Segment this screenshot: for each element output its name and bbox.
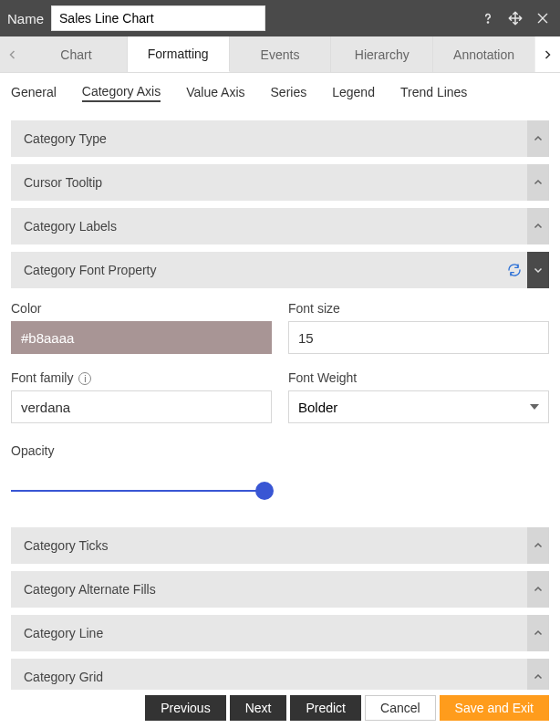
help-icon[interactable]	[478, 8, 498, 28]
font-weight-label: Font Weight	[288, 370, 549, 385]
accordion-category-alternate-fills: Category Alternate Fills	[11, 571, 549, 608]
accordion-label: Category Grid	[24, 670, 103, 684]
tab-hierarchy[interactable]: Hierarchy	[331, 36, 433, 72]
secondary-tabs: General Category Axis Value Axis Series …	[0, 73, 560, 113]
slider-thumb[interactable]	[255, 482, 274, 500]
primary-tabs: Chart Formatting Events Hierarchy Annota…	[0, 36, 560, 73]
panel-area: Category Type Cursor Tooltip Category La…	[0, 120, 560, 728]
subtab-trend-lines[interactable]: Trend Lines	[400, 85, 467, 101]
subtab-general[interactable]: General	[11, 85, 57, 101]
accordion-label: Category Labels	[24, 219, 117, 234]
chevron-up-icon[interactable]	[527, 615, 549, 651]
tab-formatting[interactable]: Formatting	[128, 36, 230, 72]
name-input[interactable]	[51, 5, 265, 31]
accordion-category-line: Category Line	[11, 615, 549, 651]
move-icon[interactable]	[505, 8, 525, 28]
font-size-label: Font size	[288, 301, 549, 316]
chevron-up-icon[interactable]	[527, 208, 549, 244]
accordion-category-font-property: Category Font Property Color #b8aaaa Fon…	[11, 252, 549, 520]
accordion-category-type: Category Type	[11, 120, 549, 157]
svg-point-0	[487, 22, 488, 23]
font-weight-value: Bolder	[298, 400, 337, 415]
tab-annotation[interactable]: Annotation	[433, 36, 534, 72]
footer: Previous Next Predict Cancel Save and Ex…	[0, 690, 560, 728]
font-weight-select[interactable]: Bolder	[288, 390, 549, 423]
subtab-series[interactable]: Series	[271, 85, 307, 101]
subtab-category-axis[interactable]: Category Axis	[82, 84, 161, 102]
accordion-label: Category Type	[24, 131, 107, 146]
accordion-label: Category Alternate Fills	[24, 582, 156, 597]
chevron-up-icon[interactable]	[527, 527, 549, 564]
chevron-up-icon[interactable]	[527, 164, 549, 201]
refresh-icon[interactable]	[507, 252, 522, 288]
accordion-body: Color #b8aaaa Font size Font family i	[11, 288, 549, 520]
next-button[interactable]: Next	[230, 695, 287, 721]
accordion-label: Category Line	[24, 626, 103, 640]
info-icon[interactable]: i	[78, 372, 91, 385]
tab-chart[interactable]: Chart	[26, 36, 128, 72]
cancel-button[interactable]: Cancel	[365, 695, 436, 721]
tab-events[interactable]: Events	[230, 36, 332, 72]
chevron-up-icon[interactable]	[527, 120, 549, 157]
previous-button[interactable]: Previous	[145, 695, 225, 721]
opacity-slider[interactable]	[11, 482, 266, 500]
tabs-scroll-left[interactable]	[0, 36, 26, 72]
accordion-cursor-tooltip: Cursor Tooltip	[11, 164, 549, 201]
tabs-scroll-right[interactable]	[534, 36, 560, 72]
chevron-down-icon	[530, 404, 539, 410]
chevron-up-icon[interactable]	[527, 571, 549, 608]
subtab-legend[interactable]: Legend	[332, 85, 375, 101]
title-bar: Name	[0, 0, 560, 36]
save-and-exit-button[interactable]: Save and Exit	[440, 695, 549, 721]
close-icon[interactable]	[533, 8, 553, 28]
font-size-input[interactable]	[288, 321, 549, 354]
subtab-value-axis[interactable]: Value Axis	[186, 85, 244, 101]
accordion-label: Category Ticks	[24, 538, 109, 553]
name-label: Name	[7, 11, 44, 26]
font-family-input[interactable]	[11, 390, 272, 423]
accordion-label: Category Font Property	[24, 263, 157, 277]
color-label: Color	[11, 301, 272, 316]
chevron-down-icon[interactable]	[527, 252, 549, 288]
accordion-category-ticks: Category Ticks	[11, 527, 549, 564]
color-swatch[interactable]: #b8aaaa	[11, 321, 272, 354]
predict-button[interactable]: Predict	[290, 695, 361, 721]
opacity-label: Opacity	[11, 443, 54, 458]
slider-track	[11, 490, 266, 492]
accordion-category-labels: Category Labels	[11, 208, 549, 244]
font-family-label: Font family i	[11, 370, 272, 385]
accordion-label: Cursor Tooltip	[24, 175, 102, 190]
